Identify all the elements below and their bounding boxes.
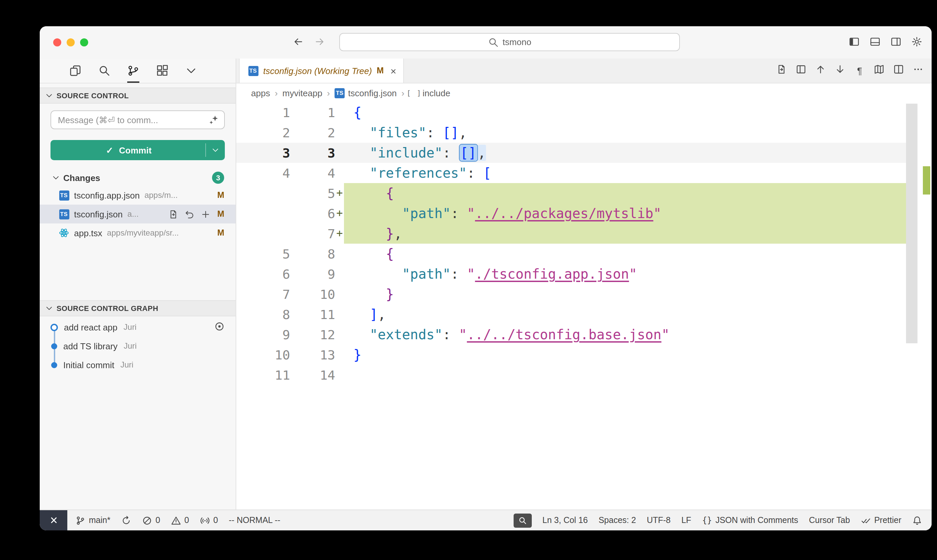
code-line[interactable]: 5+ { xyxy=(236,183,906,203)
editor-action-map[interactable] xyxy=(874,64,885,77)
status-warnings[interactable]: 0 xyxy=(171,515,189,525)
status-formatter[interactable]: Prettier xyxy=(861,515,901,525)
code-line[interactable]: 22 "files": [], xyxy=(236,123,906,143)
status-ports[interactable]: 0 xyxy=(200,515,218,525)
sidebar: SOURCE CONTROL ✓ Commit xyxy=(40,58,236,509)
activity-chevron-down[interactable] xyxy=(185,58,197,83)
breadcrumb-separator: › xyxy=(327,88,330,98)
code-line[interactable]: 710 } xyxy=(236,284,906,304)
titlebar-gear-button[interactable] xyxy=(911,36,922,50)
code-text: } xyxy=(344,345,906,365)
tab-tsconfig-working-tree[interactable]: TS tsconfig.json (Working Tree) M × xyxy=(239,58,404,83)
status-errors[interactable]: 0 xyxy=(142,515,160,525)
titlebar-layout-sidebar-left-button[interactable] xyxy=(849,36,860,50)
status-encoding[interactable]: UTF-8 xyxy=(647,515,671,525)
sparkle-icon[interactable] xyxy=(209,114,220,125)
status-indentation[interactable]: Spaces: 2 xyxy=(599,515,636,525)
commit-button[interactable]: ✓ Commit xyxy=(51,140,225,160)
status-vim-mode[interactable]: -- NORMAL -- xyxy=(229,515,280,525)
nav-forward-button[interactable] xyxy=(314,36,325,50)
status-label: JSON with Comments xyxy=(715,515,799,525)
commit-button-main[interactable]: ✓ Commit xyxy=(51,140,205,160)
titlebar-layout-sidebar-right-button[interactable] xyxy=(891,36,901,50)
breadcrumb-label: myviteapp xyxy=(282,88,322,98)
editor-action-more[interactable] xyxy=(913,64,923,77)
graph-section-header[interactable]: SOURCE CONTROL GRAPH xyxy=(40,300,235,316)
status-label: -- NORMAL -- xyxy=(229,515,280,525)
code-text: "path": "../../packages/mytslib" xyxy=(344,203,906,223)
stage-icon[interactable] xyxy=(201,209,211,219)
code-line[interactable]: 1114 xyxy=(236,365,906,385)
open-preview-icon xyxy=(795,64,806,75)
activity-source-control[interactable] xyxy=(127,58,139,83)
editor-action-arrow-up[interactable] xyxy=(815,64,826,77)
commit-row[interactable]: Initial commitJuri xyxy=(40,355,235,374)
commit-message-input[interactable] xyxy=(51,111,225,129)
scm-file-row[interactable]: TStsconfig.jsona...M xyxy=(40,205,235,223)
code-token xyxy=(353,306,369,322)
editor-action-open-preview[interactable] xyxy=(795,64,806,77)
editor-action-arrow-down[interactable] xyxy=(835,64,845,77)
editor-action-split-editor[interactable] xyxy=(893,64,904,77)
status-notifications[interactable] xyxy=(912,515,922,525)
nav-back-button[interactable] xyxy=(293,36,303,50)
code-token: , xyxy=(459,125,467,141)
editor-pane: 11{22 "files": [],33 "include": [],44 "r… xyxy=(236,102,932,509)
breadcrumb-item[interactable]: [ ]include xyxy=(409,88,450,98)
search-icon xyxy=(488,37,499,48)
commit-row[interactable]: add TS libraryJuri xyxy=(40,337,235,355)
code-line[interactable]: 11{ xyxy=(236,102,906,123)
editor-action-pilcrow[interactable]: ¶ xyxy=(854,65,865,77)
changes-list: TStsconfig.app.jsonapps/m...MTStsconfig.… xyxy=(40,186,235,242)
file-actions: M xyxy=(217,191,225,200)
code-line[interactable]: 69 "path": "./tsconfig.app.json" xyxy=(236,264,906,284)
editor-action-goto-file[interactable] xyxy=(776,64,787,77)
code-line[interactable]: 6+ "path": "../../packages/mytslib" xyxy=(236,203,906,223)
breadcrumb-item[interactable]: TStsconfig.json xyxy=(335,88,397,98)
traffic-light-minimize[interactable] xyxy=(67,38,75,46)
code-line[interactable]: 811 ], xyxy=(236,304,906,325)
command-center[interactable]: tsmono xyxy=(339,33,680,51)
breadcrumb-item[interactable]: myviteapp xyxy=(282,88,322,98)
activity-files[interactable] xyxy=(69,58,82,83)
target-icon[interactable] xyxy=(214,321,225,331)
code-line[interactable]: 44 "references": [ xyxy=(236,163,906,183)
code-token xyxy=(353,286,386,302)
activity-search[interactable] xyxy=(98,58,111,83)
changes-header[interactable]: Changes 3 xyxy=(40,169,235,186)
status-label: LF xyxy=(681,515,691,525)
traffic-light-zoom[interactable] xyxy=(80,38,88,46)
code-line[interactable]: 912 "extends": "../../tsconfig.base.json… xyxy=(236,325,906,345)
code-line[interactable]: 1013} xyxy=(236,345,906,365)
status-branch[interactable]: main* xyxy=(75,515,111,525)
remote-icon xyxy=(48,515,59,526)
code-line[interactable]: 33 "include": [], xyxy=(236,143,906,163)
scm-file-row[interactable]: TStsconfig.app.jsonapps/m...M xyxy=(40,186,235,205)
discard-icon[interactable] xyxy=(185,209,195,219)
activity-extensions[interactable] xyxy=(156,58,168,83)
close-icon[interactable]: × xyxy=(391,66,397,76)
status-sync[interactable] xyxy=(121,515,131,525)
status-cursor-position[interactable]: Ln 3, Col 16 xyxy=(543,515,588,525)
code-line[interactable]: 58 { xyxy=(236,244,906,264)
gutter-original-line-number: 11 xyxy=(236,365,290,385)
commit-row[interactable]: add react appJuri xyxy=(40,318,235,337)
minimap[interactable] xyxy=(906,102,932,509)
status-cursor-tab[interactable]: Cursor Tab xyxy=(809,515,850,525)
layout-panel-icon xyxy=(870,36,880,47)
code-line[interactable]: 7+ }, xyxy=(236,223,906,244)
breadcrumb-item[interactable]: apps xyxy=(251,88,270,98)
titlebar-layout-panel-button[interactable] xyxy=(870,36,880,50)
status-eol[interactable]: LF xyxy=(681,515,691,525)
added-line-marker xyxy=(335,284,344,304)
scm-file-row[interactable]: app.tsxapps/myviteapp/sr...M xyxy=(40,223,235,242)
minimap-slider[interactable] xyxy=(906,104,917,343)
status-zoom-indicator[interactable] xyxy=(514,513,532,527)
source-control-section-header[interactable]: SOURCE CONTROL xyxy=(40,88,235,104)
remote-indicator[interactable] xyxy=(40,510,67,531)
status-language-mode[interactable]: {}JSON with Comments xyxy=(702,515,799,525)
commit-dropdown-button[interactable] xyxy=(206,140,225,160)
added-line-marker xyxy=(335,345,344,365)
traffic-light-close[interactable] xyxy=(53,38,61,46)
goto-file-icon[interactable] xyxy=(168,209,178,219)
